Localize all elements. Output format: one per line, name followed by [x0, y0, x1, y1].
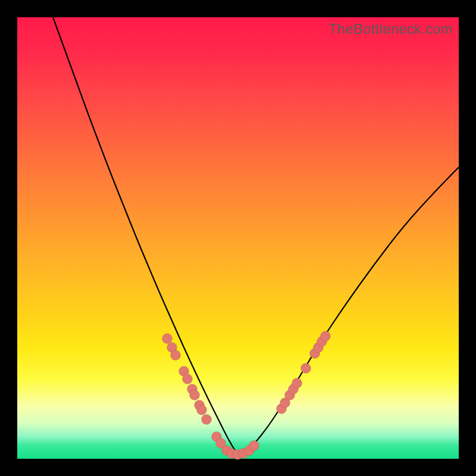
svg-point-6 [190, 390, 200, 400]
svg-point-22 [292, 378, 302, 389]
svg-point-9 [202, 415, 212, 425]
curve-markers [162, 331, 331, 460]
svg-point-8 [197, 405, 207, 415]
bottleneck-curve [17, 17, 459, 459]
svg-point-17 [249, 441, 259, 451]
svg-point-2 [171, 350, 181, 361]
svg-point-27 [321, 331, 331, 342]
svg-point-0 [162, 334, 173, 344]
plot-area: TheBottleneck.com [17, 17, 459, 459]
svg-point-4 [183, 374, 193, 384]
svg-point-23 [301, 364, 311, 374]
chart-frame: TheBottleneck.com [0, 0, 476, 476]
